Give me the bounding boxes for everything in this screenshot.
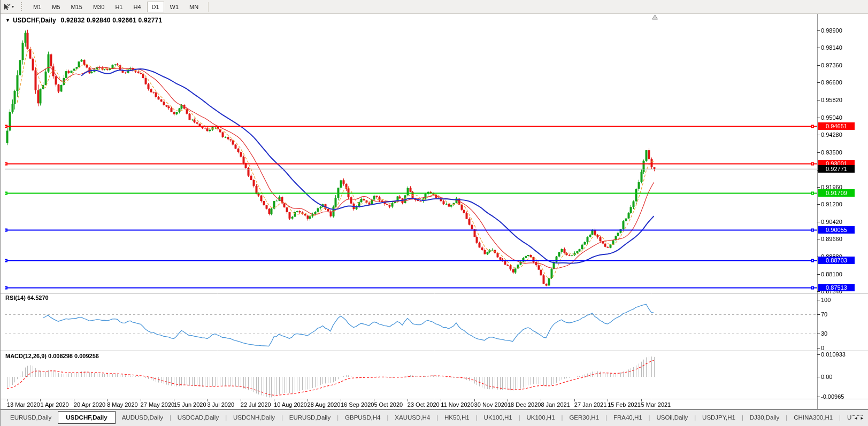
timeframe-button-h1[interactable]: H1 (110, 2, 127, 12)
chart-tab-eurusd-daily[interactable]: EURUSD,Daily (4, 413, 58, 423)
toolbar-separator (208, 2, 209, 12)
timeframe-button-m30[interactable]: M30 (88, 2, 109, 12)
tabs-scroll-left-icon[interactable]: ◄ (854, 416, 860, 421)
timeframe-button-mn[interactable]: MN (185, 2, 203, 12)
chart-tab-eurusd-daily[interactable]: EURUSD,Daily (283, 413, 337, 423)
chart-tabs-bar: EURUSD,DailyUSDCHF,DailyAUDUSD,Daily|USD… (1, 409, 868, 426)
chart-tab-usdchf-daily[interactable]: USDCHF,Daily (58, 411, 115, 424)
chart-tab-audusd-daily[interactable]: AUDUSD,Daily (116, 413, 170, 423)
chart-tab-usdcnh-daily[interactable]: USDCNH,Daily (227, 413, 281, 423)
chart-tab-fra40-h1[interactable]: FRA40,H1 (607, 413, 649, 423)
chart-tab-usdcad-daily[interactable]: USDCAD,Daily (171, 413, 225, 423)
trading-terminal-window: ▾ M1M5M15M30H1H4D1W1MN ▼USDCHF,Daily0.92… (0, 0, 868, 426)
chart-tab-china300-h1[interactable]: CHINA300,H1 (787, 413, 839, 423)
tabs-scroll-arrows: ◄► (851, 416, 866, 421)
chart-tab-gbpusd-h4[interactable]: GBPUSD,H4 (339, 413, 387, 423)
chart-tab-usoil-daily[interactable]: USOil,Daily (650, 413, 694, 423)
timeframe-buttons: M1M5M15M30H1H4D1W1MN (28, 2, 204, 12)
dropdown-caret-icon: ▾ (12, 4, 14, 9)
chart-tab-usdjpy-h1[interactable]: USDJPY,H1 (696, 413, 742, 423)
timeframe-button-d1[interactable]: D1 (147, 2, 164, 12)
toolbar: ▾ M1M5M15M30H1H4D1W1MN (1, 0, 868, 14)
timeframe-button-m5[interactable]: M5 (47, 2, 65, 12)
timeframe-button-w1[interactable]: W1 (165, 2, 184, 12)
chart-tab-hk50-h1[interactable]: HK50,H1 (438, 413, 476, 423)
chart-pointer-icon (3, 3, 11, 11)
toolbar-grip[interactable] (21, 2, 24, 11)
chart-tab-uk100-h1[interactable]: UK100,H1 (478, 413, 519, 423)
tabs-scroll-right-icon[interactable]: ► (860, 416, 866, 421)
chart-tabs: EURUSD,DailyUSDCHF,DailyAUDUSD,Daily|USD… (4, 413, 868, 424)
chart-tab-dj30-daily[interactable]: DJ30,Daily (743, 413, 786, 423)
timeframe-button-m1[interactable]: M1 (28, 2, 46, 12)
chart-tab-ger30-h1[interactable]: GER30,H1 (563, 413, 605, 423)
chart-pointer-tool-button[interactable]: ▾ (2, 2, 16, 12)
timeframe-button-m15[interactable]: M15 (66, 2, 87, 12)
timeframe-button-h4[interactable]: H4 (128, 2, 145, 12)
chart-tab-uk100-h1[interactable]: UK100,H1 (520, 413, 562, 423)
chart-tab-xauusd-h4[interactable]: XAUUSD,H4 (388, 413, 436, 423)
price-chart-canvas[interactable] (1, 0, 868, 426)
